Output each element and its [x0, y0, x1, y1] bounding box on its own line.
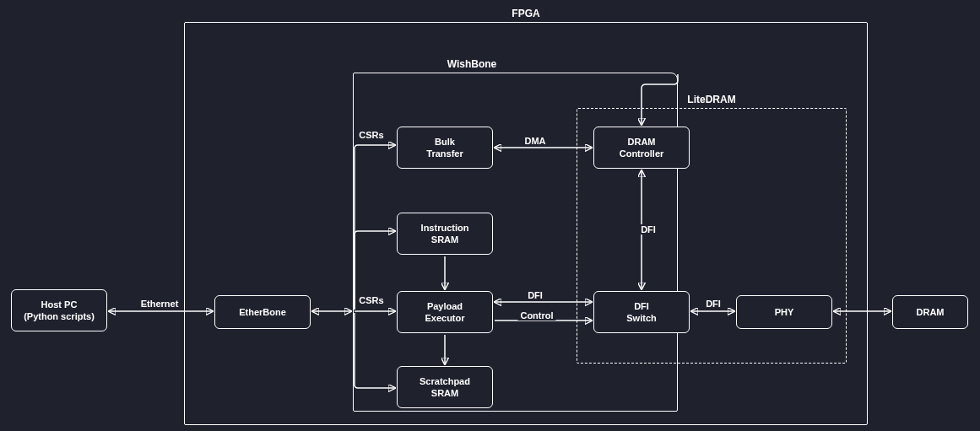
node-dram: DRAM: [892, 295, 968, 329]
group-fpga-label: FPGA: [506, 8, 544, 19]
node-phy-label: PHY: [775, 306, 794, 318]
node-dfi-switch-label: DFI Switch: [626, 300, 656, 325]
group-wishbone-label: WishBone: [442, 58, 502, 70]
edge-label-csrs-top: CSRs: [356, 130, 386, 140]
edge-label-dma: DMA: [522, 136, 548, 146]
edge-label-control: Control: [517, 310, 555, 321]
node-dfi-switch: DFI Switch: [593, 291, 690, 333]
node-scratchpad-sram-label: Scratchpad SRAM: [420, 375, 470, 400]
node-etherbone-label: EtherBone: [239, 306, 286, 318]
node-host-pc: Host PC (Python scripts): [11, 289, 107, 331]
node-scratchpad-sram: Scratchpad SRAM: [397, 366, 493, 408]
edge-label-csrs-bottom: CSRs: [356, 295, 386, 305]
group-litedram-label: LiteDRAM: [682, 94, 740, 105]
node-host-pc-label: Host PC (Python scripts): [24, 299, 95, 323]
node-instruction-sram-label: Instruction SRAM: [421, 222, 469, 246]
node-phy: PHY: [736, 295, 832, 329]
node-instruction-sram: Instruction SRAM: [397, 213, 493, 255]
node-payload-executor: Payload Executor: [397, 291, 493, 333]
node-payload-executor-label: Payload Executor: [425, 300, 464, 325]
node-etherbone: EtherBone: [214, 295, 311, 329]
node-dram-controller: DRAM Controller: [593, 127, 690, 169]
diagram-stage: FPGA WishBone LiteDRAM Host PC (Python s…: [0, 0, 980, 431]
node-dram-label: DRAM: [917, 306, 945, 318]
edge-label-dfi-phy: DFI: [703, 299, 723, 309]
edge-label-ethernet: Ethernet: [138, 299, 181, 309]
node-dram-controller-label: DRAM Controller: [620, 136, 664, 160]
node-bulk-transfer: Bulk Transfer: [397, 127, 493, 169]
edge-label-dfi-payload: DFI: [525, 290, 545, 300]
node-bulk-transfer-label: Bulk Transfer: [426, 136, 463, 160]
edge-label-dfi-vertical: DFI: [638, 224, 658, 234]
